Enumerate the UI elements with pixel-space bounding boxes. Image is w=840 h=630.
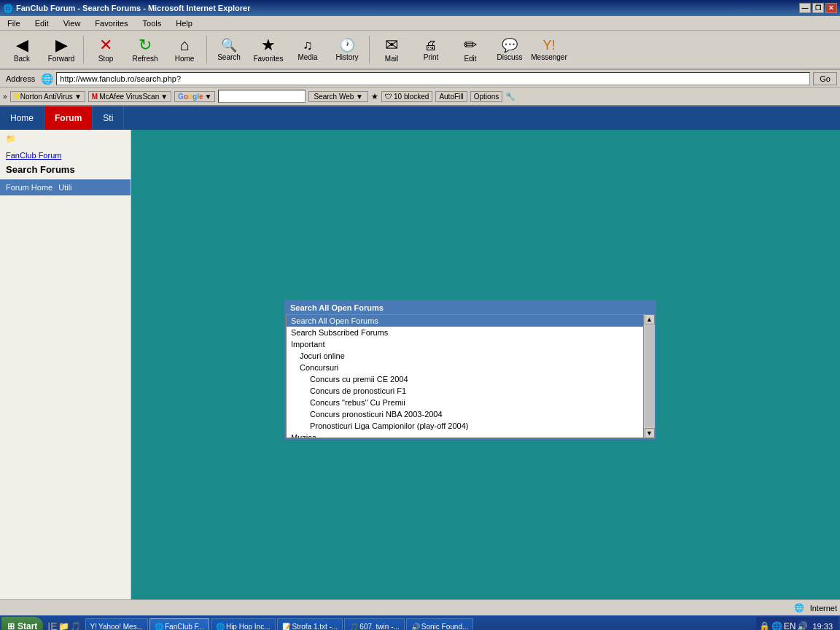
nav-forum[interactable]: Forum — [44, 106, 93, 130]
norton-antivirus-button[interactable]: N Norton AntiVirus ▼ — [10, 91, 85, 102]
home-label: Home — [175, 55, 195, 63]
nav-home[interactable]: Home — [0, 106, 44, 130]
taskbar-item-hiphop[interactable]: 🌐 Hip Hop Inc... — [211, 618, 276, 630]
search-icon: 🔍 — [221, 39, 237, 52]
menu-bar: File Edit View Favorites Tools Help — [0, 16, 840, 31]
dropdown-item-subscribed[interactable]: Search Subscribed Forums — [287, 327, 654, 338]
address-input[interactable] — [56, 72, 810, 85]
taskbar-fanclub-label: FanClub F... — [165, 623, 204, 631]
dropdown-item-pronosticuri-liga[interactable]: Pronosticuri Liga Campionilor (play-off … — [287, 420, 654, 432]
status-right: 🌐 Internet — [794, 603, 837, 612]
forward-button[interactable]: ▶ Forward — [42, 32, 80, 67]
favorites-label: Favorites — [253, 55, 283, 63]
zone-label: Internet — [810, 604, 837, 612]
taskbar-strofa-icon: 📝 — [282, 623, 291, 631]
ie-logo: 🌐 — [3, 4, 13, 13]
dropdown-item-muzica[interactable]: Muzica — [287, 432, 654, 438]
favorites-button[interactable]: ★ Favorites — [249, 32, 287, 67]
title-bar: 🌐 FanClub Forum - Search Forums - Micros… — [0, 0, 840, 16]
mail-label: Mail — [385, 55, 398, 63]
taskbar-quick-launch: IE 📁 🎵 — [47, 621, 80, 630]
taskbar-item-yahoo[interactable]: Y! Yahoo! Mes... — [85, 618, 148, 630]
stop-button[interactable]: ✕ Stop — [87, 32, 125, 67]
taskbar-items: Y! Yahoo! Mes... 🌐 FanClub F... 🌐 Hip Ho… — [85, 618, 755, 630]
minimize-button[interactable]: — — [799, 3, 811, 13]
mcafee-icon: M — [92, 93, 98, 101]
quick-launch-ie[interactable]: IE — [47, 621, 57, 630]
google-button[interactable]: Google ▼ — [174, 91, 215, 102]
folder-icon: 📁 — [6, 134, 16, 143]
messenger-label: Messenger — [531, 53, 567, 61]
history-button[interactable]: 🕐 History — [328, 32, 366, 67]
quick-launch-folder[interactable]: 📁 — [58, 621, 69, 630]
dropdown-item-concurs-rebus[interactable]: Concurs "rebus" Cu Premii — [287, 397, 654, 408]
taskbar-sonic-label: Sonic Found... — [421, 623, 468, 631]
site-nav: Home Forum Sti — [0, 106, 840, 130]
media-button[interactable]: ♫ Media — [289, 32, 327, 67]
close-button[interactable]: ✕ — [825, 3, 837, 13]
tray-icon-3: EN — [784, 621, 796, 630]
taskbar-item-sonic[interactable]: 🔊 Sonic Found... — [406, 618, 473, 630]
taskbar-item-fanclub[interactable]: 🌐 FanClub F... — [149, 618, 209, 630]
search-button[interactable]: 🔍 Search — [210, 32, 248, 67]
menu-tools[interactable]: Tools — [139, 18, 166, 28]
sidebar-icon-area: 📁 — [0, 130, 131, 148]
menu-view[interactable]: View — [59, 18, 85, 28]
dropdown-item-concurs-nba[interactable]: Concurs pronosticuri NBA 2003-2004 — [287, 408, 654, 420]
menu-edit[interactable]: Edit — [31, 18, 53, 28]
toolbar-sep-2 — [206, 36, 207, 63]
restore-button[interactable]: ❐ — [812, 3, 824, 13]
print-button[interactable]: 🖨 Print — [412, 32, 450, 67]
breadcrumb-parent-link[interactable]: FanClub Forum — [6, 151, 61, 160]
menu-favorites[interactable]: Favorites — [90, 18, 132, 28]
taskbar-hiphop-label: Hip Hop Inc... — [226, 623, 271, 631]
dropdown-item-important[interactable]: Important — [287, 338, 654, 350]
discuss-label: Discuss — [497, 53, 522, 61]
back-button[interactable]: ◀ Back — [3, 32, 41, 67]
search-web-button[interactable]: Search Web ▼ — [308, 91, 368, 102]
mail-button[interactable]: ✉ Mail — [373, 32, 411, 67]
sidebar-nav-forum-home[interactable]: Forum Home — [6, 183, 52, 192]
taskbar-item-607[interactable]: 🎵 607. twin -... — [344, 618, 404, 630]
mcafee-button[interactable]: M McAfee VirusScan ▼ — [88, 91, 171, 102]
toolbar: ◀ Back ▶ Forward ✕ Stop ↻ Refresh ⌂ Home… — [0, 31, 840, 70]
dropdown-item-all-open[interactable]: Search All Open Forums — [287, 315, 654, 327]
media-label: Media — [298, 53, 317, 61]
options-button[interactable]: Options — [470, 91, 502, 102]
discuss-button[interactable]: 💬 Discuss — [491, 32, 529, 67]
go-button[interactable]: Go — [813, 72, 837, 85]
autofill-button[interactable]: AutoFill — [435, 91, 467, 102]
google-label: Google — [178, 93, 203, 101]
sidebar-nav-utili[interactable]: Utili — [58, 183, 71, 192]
dropdown-list[interactable]: Search All Open Forums Search Subscribed… — [286, 314, 655, 438]
dropdown-item-concurs-ce[interactable]: Concurs cu premii CE 2004 — [287, 373, 654, 385]
quick-launch-media[interactable]: 🎵 — [70, 621, 81, 630]
taskbar: ⊞ Start IE 📁 🎵 Y! Yahoo! Mes... 🌐 FanClu… — [0, 615, 840, 630]
refresh-icon: ↻ — [139, 37, 152, 53]
blocked-button[interactable]: 🛡 10 blocked — [381, 91, 432, 102]
sidebar-nav: Forum Home Utili — [0, 179, 131, 195]
edit-button[interactable]: ✏ Edit — [451, 32, 489, 67]
messenger-button[interactable]: Y! Messenger — [530, 32, 568, 67]
menu-help[interactable]: Help — [171, 18, 197, 28]
taskbar-607-icon: 🎵 — [349, 623, 358, 631]
dropdown-item-concurs-f1[interactable]: Concurs de pronosticuri F1 — [287, 385, 654, 397]
taskbar-item-strofa[interactable]: 📝 Strofa 1.txt -... — [277, 618, 343, 630]
home-button[interactable]: ⌂ Home — [166, 32, 203, 67]
refresh-button[interactable]: ↻ Refresh — [126, 32, 164, 67]
dropdown-item-concursuri[interactable]: Concursuri — [287, 362, 654, 373]
google-search-input[interactable] — [218, 90, 306, 103]
start-button[interactable]: ⊞ Start — [1, 617, 43, 630]
nav-stiri[interactable]: Sti — [93, 106, 124, 130]
edit-icon: ✏ — [464, 37, 477, 53]
refresh-label: Refresh — [132, 55, 158, 63]
dropdown-scrollbar[interactable]: ▲ ▼ — [643, 314, 655, 438]
address-bar: Address 🌐 Go — [0, 70, 840, 88]
tray-icon-2: 🌐 — [771, 621, 782, 630]
sidebar-title: Search Forums — [0, 163, 131, 179]
scroll-down-button[interactable]: ▼ — [645, 428, 655, 438]
dropdown-item-jocuri[interactable]: Jocuri online — [287, 350, 654, 362]
menu-file[interactable]: File — [3, 18, 25, 28]
expand-icon[interactable]: » — [3, 93, 7, 101]
scroll-up-button[interactable]: ▲ — [645, 314, 655, 324]
